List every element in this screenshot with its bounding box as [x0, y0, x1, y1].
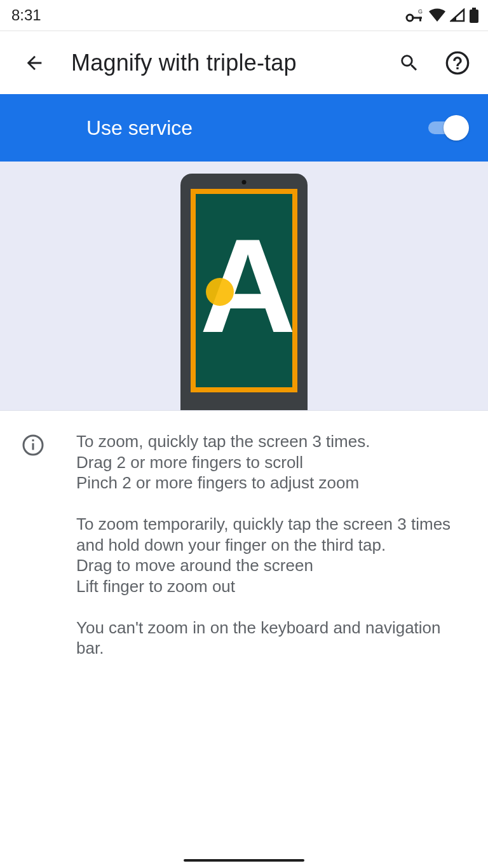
home-indicator[interactable]	[184, 859, 304, 862]
status-icons: G	[405, 8, 479, 23]
vpn-key-icon: G	[405, 8, 424, 22]
svg-point-6	[447, 52, 468, 73]
back-button[interactable]	[22, 50, 47, 76]
svg-rect-5	[470, 10, 478, 23]
touch-indicator-icon	[206, 278, 234, 306]
status-time: 8:31	[11, 6, 41, 24]
use-service-row[interactable]: Use service	[0, 94, 488, 162]
page-title: Magnify with triple-tap	[71, 50, 372, 76]
search-button[interactable]	[396, 50, 422, 76]
illustration-panel: A	[0, 162, 488, 411]
info-icon	[22, 434, 44, 457]
status-bar: 8:31 G	[0, 0, 488, 31]
instructions-section: To zoom, quickly tap the screen 3 times.…	[0, 411, 488, 659]
svg-rect-9	[32, 439, 34, 441]
search-icon	[398, 52, 420, 74]
help-button[interactable]	[445, 50, 470, 76]
svg-rect-3	[419, 17, 421, 22]
svg-text:G: G	[418, 8, 423, 15]
battery-icon	[469, 8, 479, 23]
app-bar: Magnify with triple-tap	[0, 31, 488, 94]
instructions-text: To zoom, quickly tap the screen 3 times.…	[76, 431, 469, 659]
phone-illustration: A	[180, 174, 308, 410]
use-service-toggle[interactable]	[427, 115, 469, 141]
help-icon	[445, 50, 470, 76]
wifi-icon	[428, 8, 446, 22]
arrow-back-icon	[24, 52, 45, 74]
use-service-label: Use service	[86, 116, 427, 140]
svg-rect-8	[32, 443, 34, 450]
svg-rect-4	[472, 8, 476, 10]
cellular-icon	[450, 8, 465, 22]
